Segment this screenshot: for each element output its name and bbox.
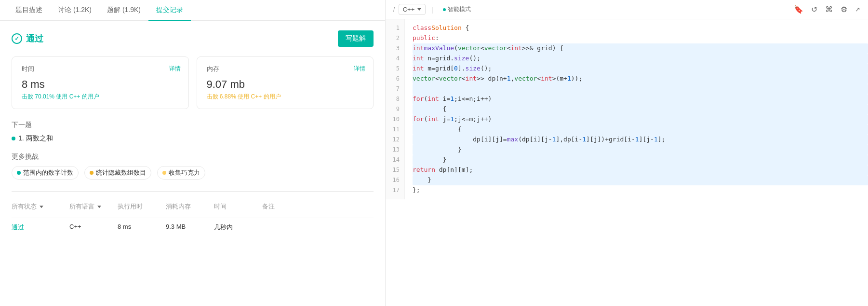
next-problem-dot xyxy=(12,137,15,140)
tab-submissions[interactable]: 提交记录 xyxy=(148,0,191,20)
code-line: { xyxy=(413,125,868,135)
table-row: 通过 C++ 8 ms 9.3 MB 几秒内 xyxy=(12,218,374,236)
challenge-2-label: 统计隐藏数组数目 xyxy=(96,168,146,177)
challenges-title: 更多挑战 xyxy=(12,153,374,161)
col-status[interactable]: 所有状态 xyxy=(12,199,69,214)
code-line: return dp[n][m]; xyxy=(413,165,868,175)
next-section-title: 下一题 xyxy=(12,121,374,129)
row-note xyxy=(262,221,374,234)
code-line: public: xyxy=(413,33,868,43)
mode-label: 智能模式 xyxy=(448,5,471,14)
pass-text: 通过 xyxy=(26,33,43,44)
main-content: 通过 写题解 时间 详情 8 ms 击败 70.01% 使用 C++ 的用户 内… xyxy=(0,21,385,306)
code-line: } xyxy=(413,145,868,155)
tab-solutions[interactable]: 题解 (1.9K) xyxy=(99,0,148,20)
language-label: C++ xyxy=(403,6,415,13)
col-time: 执行用时 xyxy=(118,199,166,214)
code-line: dp[i][j]=max(dp[i][j-1],dp[i-1][j])+grid… xyxy=(413,135,868,145)
code-line: vector<vector<int>> dp(n+1,vector<int>(m… xyxy=(413,74,868,84)
tabs-bar: 题目描述 讨论 (1.2K) 题解 (1.9K) 提交记录 xyxy=(0,0,385,21)
code-line: } xyxy=(413,155,868,165)
challenge-3[interactable]: 收集巧克力 xyxy=(157,166,205,180)
code-line: class Solution { xyxy=(413,23,868,33)
code-line: int m=grid[0].size(); xyxy=(413,64,868,74)
memory-value: 9.07 mb xyxy=(207,78,364,91)
memory-label: 内存 xyxy=(207,65,364,73)
table-header: 所有状态 所有语言 执行用时 消耗内存 时间 备注 xyxy=(12,199,374,214)
language-filter-icon xyxy=(97,206,101,208)
code-line: int maxValue(vector<vector<int>>& grid) … xyxy=(413,43,868,54)
col-language[interactable]: 所有语言 xyxy=(69,199,118,214)
row-memory: 9.3 MB xyxy=(166,221,214,234)
row-date: 几秒内 xyxy=(214,221,262,234)
write-solution-button[interactable]: 写题解 xyxy=(338,30,374,47)
challenge-2-dot xyxy=(90,171,93,175)
code-line xyxy=(413,84,868,94)
time-sub: 击败 70.01% 使用 C++ 的用户 xyxy=(22,93,179,101)
time-value: 8 ms xyxy=(22,78,179,91)
toolbar-right: 🔖 ↺ ⌘ ⚙ ↗ xyxy=(794,5,860,14)
code-lines-wrapper: 1234567891011121314151617 class Solution… xyxy=(386,19,868,199)
row-status[interactable]: 通过 xyxy=(12,221,69,234)
code-editor-area[interactable]: 1234567891011121314151617 class Solution… xyxy=(386,19,868,306)
challenge-3-label: 收集巧克力 xyxy=(169,168,200,177)
memory-card: 内存 详情 9.07 mb 击败 6.88% 使用 C++ 的用户 xyxy=(197,56,374,109)
code-editor-panel: i C++ | 智能模式 🔖 ↺ ⌘ ⚙ ↗ 12345678910111213… xyxy=(386,0,868,306)
mode-badge: 智能模式 xyxy=(443,5,471,14)
challenge-1-dot xyxy=(17,171,21,175)
code-line: { xyxy=(413,104,868,114)
col-date: 时间 xyxy=(214,199,262,214)
challenge-3-dot xyxy=(162,171,166,175)
bookmark-icon[interactable]: 🔖 xyxy=(794,5,803,14)
col-memory: 消耗内存 xyxy=(166,199,214,214)
time-label: 时间 xyxy=(22,65,179,73)
row-language: C++ xyxy=(69,221,118,234)
next-problem-link[interactable]: 1. 两数之和 xyxy=(18,134,53,143)
tab-discussion[interactable]: 讨论 (1.2K) xyxy=(50,0,99,20)
challenge-1[interactable]: 范围内的数字计数 xyxy=(12,166,79,180)
code-line: for(int i=1;i<=n;i++) xyxy=(413,94,868,104)
next-problem-row: 1. 两数之和 xyxy=(12,134,374,143)
memory-sub: 击败 6.88% 使用 C++ 的用户 xyxy=(207,93,364,101)
left-panel: 题目描述 讨论 (1.2K) 题解 (1.9K) 提交记录 通过 写题解 时间 … xyxy=(0,0,386,306)
undo-icon[interactable]: ↺ xyxy=(811,5,817,14)
metrics-row: 时间 详情 8 ms 击败 70.01% 使用 C++ 的用户 内存 详情 9.… xyxy=(12,56,374,109)
challenges-row: 范围内的数字计数 统计隐藏数组数目 收集巧克力 xyxy=(12,166,374,180)
code-content[interactable]: class Solution {public: int maxValue(vec… xyxy=(405,19,868,199)
language-chevron-icon xyxy=(417,8,421,11)
editor-toolbar: i C++ | 智能模式 🔖 ↺ ⌘ ⚙ ↗ xyxy=(386,0,868,19)
settings-icon[interactable]: ⚙ xyxy=(841,5,847,14)
code-line: for(int j=1;j<=m;j++) xyxy=(413,114,868,125)
row-time: 8 ms xyxy=(118,221,166,234)
time-card: 时间 详情 8 ms 击败 70.01% 使用 C++ 的用户 xyxy=(12,56,189,109)
lang-italic-i: i xyxy=(393,6,395,13)
memory-detail-link[interactable]: 详情 xyxy=(354,65,365,73)
code-line: } xyxy=(413,175,868,185)
shortcut-icon[interactable]: ⌘ xyxy=(825,5,833,14)
mode-dot-icon xyxy=(443,8,446,11)
col-note: 备注 xyxy=(262,199,374,214)
time-detail-link[interactable]: 详情 xyxy=(169,65,181,73)
divider: | xyxy=(431,6,433,14)
language-selector[interactable]: C++ xyxy=(399,4,426,15)
submissions-table: 所有状态 所有语言 执行用时 消耗内存 时间 备注 通过 C++ 8 ms 9.… xyxy=(12,191,374,236)
code-line: }; xyxy=(413,185,868,195)
challenge-1-label: 范围内的数字计数 xyxy=(23,168,73,177)
tab-description[interactable]: 题目描述 xyxy=(8,0,50,20)
expand-icon[interactable]: ↗ xyxy=(855,6,860,13)
challenge-2[interactable]: 统计隐藏数组数目 xyxy=(84,166,151,180)
pass-icon xyxy=(12,33,22,44)
line-numbers: 1234567891011121314151617 xyxy=(386,19,405,199)
code-line: int n=grid.size(); xyxy=(413,54,868,64)
status-filter-icon xyxy=(40,206,43,208)
status-row: 通过 写题解 xyxy=(12,30,374,47)
